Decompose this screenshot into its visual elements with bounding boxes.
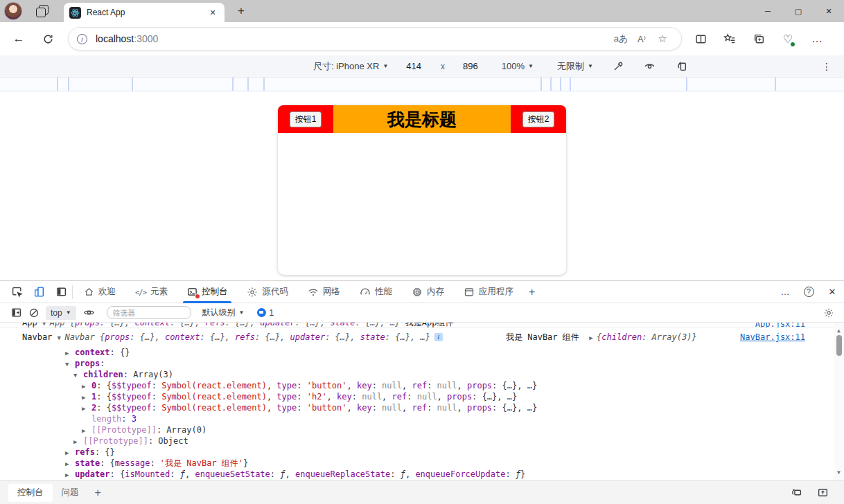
dock-side-icon[interactable] (50, 286, 72, 298)
help-icon[interactable]: ? (797, 281, 820, 303)
settings-more-icon[interactable]: … (802, 28, 832, 49)
read-aloud-icon[interactable]: A⁾ (631, 34, 652, 44)
live-expression-eye-icon[interactable] (80, 307, 98, 318)
console-tree-row[interactable]: ▶1: {$$typeof: Symbol(react.element), ty… (0, 391, 844, 402)
ruler-tick (232, 78, 234, 91)
viewport-width-field[interactable]: 414 (406, 61, 421, 71)
info-icon[interactable]: i (434, 333, 443, 341)
console-tree-row[interactable]: ▶[[Prototype]]: Object (0, 435, 844, 447)
tab-network[interactable]: 网络 (299, 281, 349, 303)
expand-icon[interactable]: ▶ (82, 381, 91, 392)
site-info-icon[interactable]: i (77, 34, 87, 44)
console-tree-row[interactable]: ▶updater: {isMounted: ƒ, enqueueSetState… (0, 469, 844, 480)
split-screen-icon[interactable] (686, 28, 715, 49)
back-icon[interactable]: ← (8, 28, 29, 49)
workspaces-icon[interactable] (36, 5, 49, 17)
tab-sources[interactable]: 源代码 (238, 281, 297, 303)
tab-close-icon[interactable]: ✕ (206, 8, 219, 17)
ruler-tick (560, 78, 561, 91)
filter-input[interactable] (107, 306, 191, 319)
console-tree-row[interactable]: ▶state: {message: '我是 NavBar 组件'} (0, 458, 844, 469)
console-token: , (347, 403, 357, 413)
console-tree-row[interactable]: ▶context: {} (0, 347, 844, 358)
rotate-device-icon[interactable] (790, 487, 802, 498)
expand-icon[interactable]: ▶ (65, 458, 75, 469)
browser-essentials-icon[interactable]: ♡ (773, 28, 802, 49)
console-output[interactable]: App ▼ App {props: {…}, context: {…}, ref… (0, 323, 844, 481)
inspect-icon[interactable] (6, 286, 28, 298)
rotate-device-icon[interactable] (675, 60, 689, 72)
throttling-selector[interactable]: 无限制 ▼ (557, 60, 593, 73)
minimize-icon[interactable]: ─ (753, 0, 783, 22)
profile-avatar[interactable] (4, 2, 22, 20)
pipette-icon[interactable] (611, 61, 625, 72)
clear-console-icon[interactable] (25, 307, 43, 318)
new-tab-button[interactable]: + (233, 4, 249, 18)
refresh-icon[interactable] (37, 28, 58, 49)
favorite-star-icon[interactable]: ☆ (652, 33, 673, 45)
console-tree-row[interactable]: ▶2: {$$typeof: Symbol(react.element), ty… (0, 402, 844, 413)
media-query-bar[interactable] (0, 78, 844, 91)
drawer-more-tools-button[interactable]: + (95, 487, 101, 499)
console-tree-row[interactable]: ▶refs: {} (0, 447, 844, 458)
console-token: null (437, 403, 457, 413)
more-tabs-button[interactable]: + (522, 286, 542, 298)
devtools-more-icon[interactable]: … (773, 281, 797, 303)
expand-icon[interactable]: ▶ (65, 447, 75, 458)
button-2[interactable]: 按钮2 (522, 111, 555, 127)
context-selector[interactable]: top ▼ (46, 306, 76, 320)
drawer-tab-issues[interactable]: 问题 (53, 484, 88, 502)
device-emulation-icon[interactable] (28, 286, 50, 298)
favorites-hub-icon[interactable] (715, 28, 744, 49)
console-tree-row[interactable]: ▶[[Prototype]]: Array(0) (0, 424, 844, 435)
console-tree-row[interactable]: ▼props: (0, 358, 844, 369)
tab-performance[interactable]: 性能 (351, 281, 401, 303)
tab-welcome[interactable]: 欢迎 (76, 281, 124, 303)
drawer-tab-console[interactable]: 控制台 (8, 484, 53, 502)
console-sidebar-icon[interactable] (7, 307, 25, 318)
collapse-icon[interactable]: ▼ (65, 359, 75, 370)
expand-icon[interactable]: ▶ (82, 425, 91, 436)
close-icon[interactable]: ✕ (814, 0, 844, 22)
console-token: null (382, 381, 402, 390)
console-tree-row[interactable]: ▼children: Array(3) (0, 369, 844, 380)
tab-memory[interactable]: 内存 (403, 281, 452, 303)
maximize-icon[interactable]: ▢ (783, 0, 814, 22)
console-token: : { (96, 403, 112, 413)
scrollbar-thumb[interactable] (836, 335, 842, 356)
log-level-selector[interactable]: 默认级别 ▼ (202, 307, 245, 318)
tab-console[interactable]: 控制台 (179, 281, 236, 303)
console-settings-gear-icon[interactable] (823, 307, 834, 318)
source-link[interactable]: App.jsx:11 (755, 323, 805, 328)
console-tree-row[interactable]: ▶0: {$$typeof: Symbol(react.element), ty… (0, 380, 844, 391)
scroll-down-icon[interactable]: ▼ (834, 467, 843, 478)
console-token: : (427, 403, 437, 413)
collapse-icon[interactable]: ▼ (73, 370, 83, 381)
collections-icon[interactable] (744, 28, 773, 49)
address-bar[interactable]: i localhost:3000 aあ A⁾ ☆ (68, 27, 682, 51)
console-token: : (270, 469, 280, 479)
console-token: : Array(3)} (642, 332, 696, 342)
vision-deficiency-icon[interactable] (643, 60, 657, 72)
device-selector[interactable]: 尺寸: iPhone XR ▼ (313, 60, 388, 73)
zoom-selector[interactable]: 100% ▼ (502, 61, 534, 71)
chevron-down-icon: ▼ (588, 63, 593, 69)
expand-icon[interactable]: ▶ (65, 469, 75, 480)
expand-icon[interactable]: ▶ (82, 392, 91, 403)
devtools-close-icon[interactable]: ✕ (820, 281, 844, 303)
expand-icon[interactable]: ▶ (73, 436, 83, 447)
viewport-height-field[interactable]: 896 (463, 61, 478, 71)
console-tree-row[interactable]: length: 3 (0, 413, 844, 424)
issues-counter[interactable]: 1 (257, 308, 274, 318)
console-scrollbar[interactable]: ▲ ▼ (834, 323, 843, 481)
tab-application[interactable]: 应用程序 (455, 281, 522, 303)
button-1[interactable]: 按钮1 (290, 111, 322, 127)
device-more-icon[interactable]: ⋮ (822, 61, 832, 72)
tab-elements[interactable]: </> 元素 (127, 281, 176, 303)
browser-tab[interactable]: React App ✕ (64, 3, 225, 22)
translate-icon[interactable]: aあ (610, 33, 631, 45)
expand-icon[interactable]: ▶ (82, 403, 91, 414)
source-link[interactable]: NavBar.jsx:11 (740, 332, 805, 343)
expand-icon[interactable]: ▶ (65, 348, 75, 359)
expand-quickview-icon[interactable] (817, 487, 829, 498)
